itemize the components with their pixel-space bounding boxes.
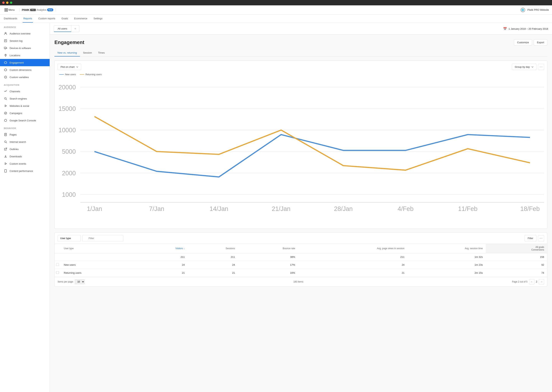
- td-totals-avg-session-time: 1m 32s: [407, 253, 486, 261]
- behavior-section-title: BEHAVIOR: [0, 124, 50, 131]
- sidebar-label: Campaigns: [10, 112, 22, 115]
- data-table: User type Visitors ↓ Sessions Bounce rat…: [55, 244, 547, 277]
- close-btn[interactable]: [2, 1, 5, 4]
- user-type-select-wrap: User type: [58, 235, 81, 241]
- table-controls: User type 🔍 Filter ···: [55, 233, 547, 244]
- sidebar-label: Custom variables: [10, 76, 29, 79]
- sidebar-item-custom-events[interactable]: Custom events: [0, 160, 50, 167]
- sidebar-item-pages[interactable]: Pages: [0, 131, 50, 138]
- sidebar-item-outlinks[interactable]: Outlinks: [0, 146, 50, 153]
- segment-all-users[interactable]: All users: [54, 25, 71, 32]
- engagement-icon: [4, 61, 7, 64]
- th-avg-pageviews: Avg. page views in session: [298, 244, 408, 253]
- filter-button[interactable]: Filter: [524, 235, 537, 241]
- svg-text:14/Jan: 14/Jan: [210, 205, 228, 212]
- td-totals-conversions: 158: [486, 253, 547, 261]
- total-items-label: 180 items: [293, 280, 303, 283]
- sidebar-item-engagement[interactable]: Engagement: [0, 59, 50, 66]
- page-header: Engagement Customize Export: [54, 39, 547, 46]
- sidebar-item-custom-variables[interactable]: Custom variables: [0, 73, 50, 81]
- prev-page-btn[interactable]: ←: [529, 279, 534, 284]
- svg-rect-5: [6, 48, 7, 49]
- items-per-page-select[interactable]: 10 25 50: [75, 279, 85, 284]
- nav-dashboards[interactable]: Dashboards: [3, 15, 18, 23]
- th-bounce-rate: Bounce rate: [238, 244, 298, 253]
- table-header-row: User type Visitors ↓ Sessions Bounce rat…: [55, 244, 547, 253]
- filter-input[interactable]: [82, 235, 123, 241]
- td-new-users-avg-session-time: 1m 23s: [407, 261, 486, 269]
- nav-goals[interactable]: Goals: [61, 15, 69, 23]
- sidebar-item-audience-overview[interactable]: Audience overview: [0, 30, 50, 37]
- engagement-tabs: New vs. returning Session Times: [54, 49, 547, 57]
- segment-add-btn[interactable]: +: [71, 25, 79, 32]
- td-returning-users-avg-pageviews: 21: [298, 269, 408, 277]
- sidebar-label: Engagement: [10, 61, 24, 64]
- user-type-select[interactable]: User type: [58, 235, 81, 241]
- sidebar-label: Devices & software: [10, 47, 31, 49]
- nav-ecommerce[interactable]: Ecommerce: [73, 15, 88, 23]
- customize-button[interactable]: Customize: [514, 39, 532, 46]
- svg-line-23: [5, 148, 7, 149]
- svg-marker-14: [5, 105, 7, 107]
- sidebar-item-search-engines[interactable]: Search engines: [0, 95, 50, 102]
- plot-label: Plot on chart: [61, 65, 74, 68]
- svg-marker-25: [5, 163, 7, 165]
- th-user-type: User type: [61, 244, 138, 253]
- table-more-btn[interactable]: ···: [538, 235, 544, 241]
- th-visitors[interactable]: Visitors ↓: [138, 244, 188, 253]
- nav-settings[interactable]: Settings: [93, 15, 103, 23]
- nav-custom-reports[interactable]: Custom reports: [37, 15, 56, 23]
- sidebar-item-internal-search[interactable]: Internal search: [0, 138, 50, 146]
- td-new-users-sessions: 24: [188, 261, 238, 269]
- site-name: Piwik PRO Website: [527, 8, 549, 11]
- sidebar-item-session-log[interactable]: Session log: [0, 37, 50, 44]
- sidebar-item-channels[interactable]: Channels: [0, 88, 50, 95]
- sidebar-label: Google Search Console: [10, 119, 36, 122]
- svg-text:5000: 5000: [62, 148, 76, 155]
- tab-new-vs-returning[interactable]: New vs. returning: [54, 49, 80, 56]
- globe-icon[interactable]: 🌐: [521, 8, 525, 12]
- sidebar-item-devices[interactable]: Devices & software: [0, 44, 50, 52]
- td-totals-avg-pageviews: 211: [298, 253, 408, 261]
- filter-wrap: 🔍: [82, 235, 523, 241]
- td-returning-users-avg-session-time: 2m 15s: [407, 269, 486, 277]
- sidebar-item-downloads[interactable]: Downloads: [0, 153, 50, 160]
- td-new-users-checkbox[interactable]: [55, 261, 61, 269]
- group-by-day-select[interactable]: Group by day: [512, 64, 537, 70]
- sidebar-item-locations[interactable]: Locations: [0, 52, 50, 59]
- export-button[interactable]: Export: [534, 39, 547, 46]
- td-returning-users-checkbox[interactable]: [55, 269, 61, 277]
- svg-point-0: [5, 32, 6, 34]
- svg-line-13: [6, 99, 7, 100]
- menu-button[interactable]: Menu: [3, 8, 16, 12]
- maximize-btn[interactable]: [10, 1, 12, 4]
- custom-dimensions-icon: [4, 68, 7, 72]
- next-page-btn[interactable]: →: [539, 279, 544, 284]
- svg-text:10000: 10000: [58, 127, 76, 133]
- checkbox-returning-users[interactable]: [56, 271, 59, 274]
- tab-session[interactable]: Session: [80, 49, 95, 56]
- sidebar-item-campaigns[interactable]: Campaigns: [0, 110, 50, 117]
- websites-social-icon: [4, 104, 7, 108]
- sidebar-item-websites-social[interactable]: Websites & social: [0, 102, 50, 110]
- sidebar-item-content-performance[interactable]: Content performance: [0, 167, 50, 175]
- th-all-goals: All goalsConversions: [486, 244, 547, 253]
- sidebar-item-custom-dimensions[interactable]: Custom dimensions: [0, 66, 50, 73]
- sidebar-label: Pages: [10, 133, 17, 136]
- plot-on-chart-select[interactable]: Plot on chart: [58, 64, 81, 70]
- svg-text:28/Jan: 28/Jan: [334, 205, 353, 212]
- svg-text:21/Jan: 21/Jan: [272, 205, 290, 212]
- tab-times[interactable]: Times: [95, 49, 108, 56]
- td-new-users-avg-pageviews: 24: [298, 261, 408, 269]
- sidebar-item-google-search-console[interactable]: Google Search Console: [0, 117, 50, 124]
- sidebar-label: Websites & social: [10, 105, 29, 107]
- calendar-icon: 📅: [503, 27, 507, 31]
- checkbox-new-users[interactable]: [56, 263, 59, 266]
- dropdown-chevron-icon: [76, 66, 78, 68]
- chart-more-btn[interactable]: ···: [538, 64, 544, 70]
- td-totals-visitors: 211: [138, 253, 188, 261]
- minimize-btn[interactable]: [6, 1, 8, 4]
- page-number: 2: [536, 280, 537, 283]
- date-range[interactable]: 📅 1 January 2018 – 20 February 2018: [503, 27, 548, 31]
- nav-reports[interactable]: Reports: [23, 15, 33, 23]
